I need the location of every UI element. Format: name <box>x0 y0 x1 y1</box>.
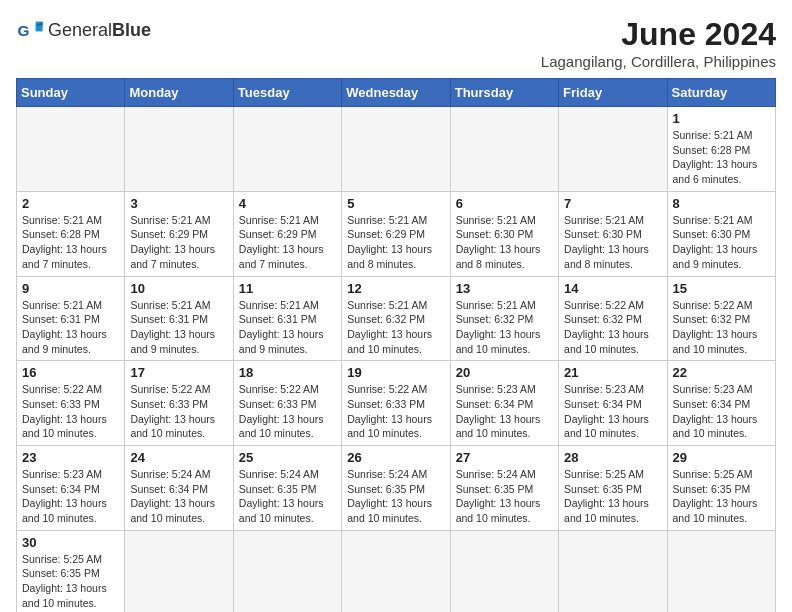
calendar-cell: 9Sunrise: 5:21 AMSunset: 6:31 PMDaylight… <box>17 276 125 361</box>
calendar-cell <box>450 107 558 192</box>
calendar-cell: 20Sunrise: 5:23 AMSunset: 6:34 PMDayligh… <box>450 361 558 446</box>
calendar-cell <box>342 530 450 612</box>
calendar-cell: 13Sunrise: 5:21 AMSunset: 6:32 PMDayligh… <box>450 276 558 361</box>
day-number: 20 <box>456 365 553 380</box>
day-info: Sunrise: 5:24 AMSunset: 6:35 PMDaylight:… <box>456 467 553 526</box>
day-number: 1 <box>673 111 770 126</box>
day-number: 6 <box>456 196 553 211</box>
calendar-cell <box>450 530 558 612</box>
calendar-cell: 26Sunrise: 5:24 AMSunset: 6:35 PMDayligh… <box>342 446 450 531</box>
calendar-cell: 6Sunrise: 5:21 AMSunset: 6:30 PMDaylight… <box>450 191 558 276</box>
calendar-cell: 28Sunrise: 5:25 AMSunset: 6:35 PMDayligh… <box>559 446 667 531</box>
day-info: Sunrise: 5:21 AMSunset: 6:29 PMDaylight:… <box>347 213 444 272</box>
calendar-cell <box>233 530 341 612</box>
day-number: 26 <box>347 450 444 465</box>
day-number: 9 <box>22 281 119 296</box>
weekday-header-sunday: Sunday <box>17 79 125 107</box>
day-number: 28 <box>564 450 661 465</box>
weekday-header-thursday: Thursday <box>450 79 558 107</box>
calendar-cell: 14Sunrise: 5:22 AMSunset: 6:32 PMDayligh… <box>559 276 667 361</box>
day-info: Sunrise: 5:21 AMSunset: 6:30 PMDaylight:… <box>673 213 770 272</box>
day-number: 29 <box>673 450 770 465</box>
day-number: 24 <box>130 450 227 465</box>
day-info: Sunrise: 5:23 AMSunset: 6:34 PMDaylight:… <box>22 467 119 526</box>
location-subtitle: Lagangilang, Cordillera, Philippines <box>541 53 776 70</box>
calendar-cell <box>125 107 233 192</box>
calendar-week-6: 30Sunrise: 5:25 AMSunset: 6:35 PMDayligh… <box>17 530 776 612</box>
day-info: Sunrise: 5:21 AMSunset: 6:32 PMDaylight:… <box>347 298 444 357</box>
day-number: 7 <box>564 196 661 211</box>
calendar-cell: 7Sunrise: 5:21 AMSunset: 6:30 PMDaylight… <box>559 191 667 276</box>
day-info: Sunrise: 5:24 AMSunset: 6:34 PMDaylight:… <box>130 467 227 526</box>
day-info: Sunrise: 5:21 AMSunset: 6:30 PMDaylight:… <box>456 213 553 272</box>
calendar-cell: 19Sunrise: 5:22 AMSunset: 6:33 PMDayligh… <box>342 361 450 446</box>
calendar-cell: 10Sunrise: 5:21 AMSunset: 6:31 PMDayligh… <box>125 276 233 361</box>
calendar-cell <box>17 107 125 192</box>
day-number: 2 <box>22 196 119 211</box>
month-year-title: June 2024 <box>541 16 776 53</box>
title-area: June 2024 Lagangilang, Cordillera, Phili… <box>541 16 776 70</box>
calendar-cell: 1Sunrise: 5:21 AMSunset: 6:28 PMDaylight… <box>667 107 775 192</box>
day-info: Sunrise: 5:25 AMSunset: 6:35 PMDaylight:… <box>564 467 661 526</box>
calendar-cell: 3Sunrise: 5:21 AMSunset: 6:29 PMDaylight… <box>125 191 233 276</box>
day-info: Sunrise: 5:21 AMSunset: 6:31 PMDaylight:… <box>239 298 336 357</box>
calendar-week-2: 2Sunrise: 5:21 AMSunset: 6:28 PMDaylight… <box>17 191 776 276</box>
calendar-cell: 22Sunrise: 5:23 AMSunset: 6:34 PMDayligh… <box>667 361 775 446</box>
calendar-cell <box>233 107 341 192</box>
calendar-cell: 11Sunrise: 5:21 AMSunset: 6:31 PMDayligh… <box>233 276 341 361</box>
day-number: 21 <box>564 365 661 380</box>
day-number: 11 <box>239 281 336 296</box>
day-number: 30 <box>22 535 119 550</box>
day-number: 17 <box>130 365 227 380</box>
day-number: 23 <box>22 450 119 465</box>
day-number: 22 <box>673 365 770 380</box>
day-info: Sunrise: 5:23 AMSunset: 6:34 PMDaylight:… <box>564 382 661 441</box>
day-number: 13 <box>456 281 553 296</box>
day-info: Sunrise: 5:25 AMSunset: 6:35 PMDaylight:… <box>22 552 119 611</box>
weekday-header-friday: Friday <box>559 79 667 107</box>
day-number: 19 <box>347 365 444 380</box>
logo-text: GeneralBlue <box>48 20 151 41</box>
calendar-week-3: 9Sunrise: 5:21 AMSunset: 6:31 PMDaylight… <box>17 276 776 361</box>
weekday-header-monday: Monday <box>125 79 233 107</box>
calendar-cell <box>667 530 775 612</box>
calendar-week-4: 16Sunrise: 5:22 AMSunset: 6:33 PMDayligh… <box>17 361 776 446</box>
weekday-header-row: SundayMondayTuesdayWednesdayThursdayFrid… <box>17 79 776 107</box>
day-info: Sunrise: 5:25 AMSunset: 6:35 PMDaylight:… <box>673 467 770 526</box>
calendar-week-5: 23Sunrise: 5:23 AMSunset: 6:34 PMDayligh… <box>17 446 776 531</box>
day-number: 10 <box>130 281 227 296</box>
day-info: Sunrise: 5:21 AMSunset: 6:31 PMDaylight:… <box>22 298 119 357</box>
day-number: 3 <box>130 196 227 211</box>
calendar-cell: 4Sunrise: 5:21 AMSunset: 6:29 PMDaylight… <box>233 191 341 276</box>
day-info: Sunrise: 5:21 AMSunset: 6:32 PMDaylight:… <box>456 298 553 357</box>
calendar-cell <box>559 107 667 192</box>
day-number: 25 <box>239 450 336 465</box>
day-number: 5 <box>347 196 444 211</box>
day-info: Sunrise: 5:22 AMSunset: 6:32 PMDaylight:… <box>564 298 661 357</box>
day-info: Sunrise: 5:24 AMSunset: 6:35 PMDaylight:… <box>239 467 336 526</box>
calendar-cell <box>342 107 450 192</box>
day-info: Sunrise: 5:22 AMSunset: 6:33 PMDaylight:… <box>130 382 227 441</box>
day-info: Sunrise: 5:21 AMSunset: 6:29 PMDaylight:… <box>239 213 336 272</box>
day-number: 8 <box>673 196 770 211</box>
calendar-cell: 12Sunrise: 5:21 AMSunset: 6:32 PMDayligh… <box>342 276 450 361</box>
calendar-cell: 23Sunrise: 5:23 AMSunset: 6:34 PMDayligh… <box>17 446 125 531</box>
day-number: 15 <box>673 281 770 296</box>
day-info: Sunrise: 5:22 AMSunset: 6:33 PMDaylight:… <box>239 382 336 441</box>
calendar-cell: 5Sunrise: 5:21 AMSunset: 6:29 PMDaylight… <box>342 191 450 276</box>
calendar-cell: 2Sunrise: 5:21 AMSunset: 6:28 PMDaylight… <box>17 191 125 276</box>
header: G GeneralBlue June 2024 Lagangilang, Cor… <box>16 16 776 70</box>
weekday-header-tuesday: Tuesday <box>233 79 341 107</box>
day-number: 16 <box>22 365 119 380</box>
calendar-cell: 24Sunrise: 5:24 AMSunset: 6:34 PMDayligh… <box>125 446 233 531</box>
calendar-week-1: 1Sunrise: 5:21 AMSunset: 6:28 PMDaylight… <box>17 107 776 192</box>
day-info: Sunrise: 5:21 AMSunset: 6:29 PMDaylight:… <box>130 213 227 272</box>
day-number: 4 <box>239 196 336 211</box>
day-info: Sunrise: 5:23 AMSunset: 6:34 PMDaylight:… <box>456 382 553 441</box>
calendar-cell: 25Sunrise: 5:24 AMSunset: 6:35 PMDayligh… <box>233 446 341 531</box>
calendar-cell: 30Sunrise: 5:25 AMSunset: 6:35 PMDayligh… <box>17 530 125 612</box>
calendar-cell: 29Sunrise: 5:25 AMSunset: 6:35 PMDayligh… <box>667 446 775 531</box>
day-info: Sunrise: 5:21 AMSunset: 6:30 PMDaylight:… <box>564 213 661 272</box>
day-info: Sunrise: 5:21 AMSunset: 6:28 PMDaylight:… <box>673 128 770 187</box>
weekday-header-wednesday: Wednesday <box>342 79 450 107</box>
